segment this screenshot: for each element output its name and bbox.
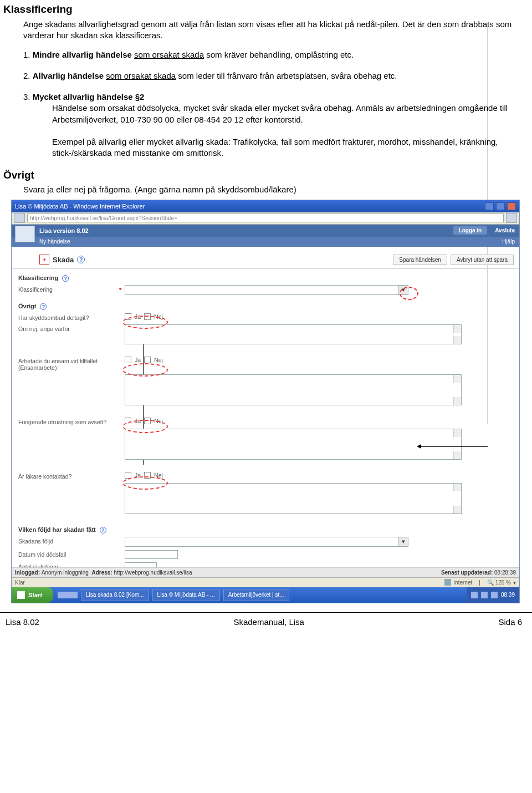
heading-ovrigt: Övrigt xyxy=(3,169,522,181)
list-item-2: 2. Allvarlig händelse som orsakat skada … xyxy=(23,70,522,82)
status-upd-lbl: Senast uppdaterad: xyxy=(441,570,493,576)
checkbox-nej[interactable] xyxy=(144,472,151,479)
help-icon[interactable]: ? xyxy=(100,527,106,533)
label-omnej: Om nej, ange varför xyxy=(18,324,125,332)
status-upd-val: 08:28:39 xyxy=(494,570,516,576)
row-dodsfall: Datum vid dödsfall xyxy=(18,550,513,559)
checkbox-nej[interactable] xyxy=(144,357,151,363)
row-klassificering: Klassificering * ▾ xyxy=(18,285,513,295)
textarea-utrustning[interactable] xyxy=(125,429,462,460)
label-dodsfall: Datum vid dödsfall xyxy=(18,550,125,558)
login-button[interactable]: Logga in xyxy=(453,226,488,235)
banner-subtext: Ny händelse xyxy=(39,238,70,245)
row-lakare-ta xyxy=(18,483,513,514)
label-utrustning: Fungerade utrustning som avsett? xyxy=(18,418,125,425)
row-ensam-ta xyxy=(18,374,513,405)
quicklaunch-icon[interactable] xyxy=(71,592,78,598)
tray-icon[interactable] xyxy=(491,592,498,598)
help-icon[interactable]: ? xyxy=(62,275,69,282)
numbered-list: 1. Mindre allvarlig händelse som orsakat… xyxy=(23,49,522,159)
help-icon[interactable]: ? xyxy=(77,256,85,263)
skada-header-bar: + Skada ? Spara händelsen Avbryt utan at… xyxy=(12,252,519,269)
row-lakare: Är läkare kontaktad? Ja Nej xyxy=(18,472,513,480)
system-tray: 08:39 xyxy=(467,587,519,603)
url-field[interactable]: http://webprog.hudiksvall.se/lisa/Grund.… xyxy=(27,214,504,222)
foljd-dropdown[interactable]: ▾ xyxy=(125,537,408,547)
banner-version: Lisa version 8.02 xyxy=(39,227,89,234)
checkbox-ja[interactable] xyxy=(125,313,131,320)
checkbox-ja[interactable] xyxy=(125,418,131,424)
taskbar-item-1[interactable]: Lisa skada 8.02 [Kom... xyxy=(81,589,149,601)
label-nej: Nej xyxy=(154,472,163,479)
go-button[interactable] xyxy=(506,213,517,223)
textarea-omnej[interactable] xyxy=(125,324,462,344)
screenshot-window: Lisa © Miljödata AB - Windows Internet E… xyxy=(11,200,520,603)
footer-center: Skademanual, Lisa xyxy=(39,617,499,627)
status-inloggad-lbl: Inloggad: xyxy=(15,570,40,576)
rest-wrap: som orsakat skada som kräver behandling,… xyxy=(134,50,354,59)
minimize-button[interactable] xyxy=(485,202,494,210)
page-footer: Lisa 8.02 Skademanual, Lisa Sida 6 xyxy=(0,612,532,633)
label-ensam: Arbetade du ensam vid tillfället (Ensama… xyxy=(18,357,125,371)
body2: Exempel på allvarlig eller mycket allvar… xyxy=(52,136,522,159)
clock: 08:39 xyxy=(501,592,515,598)
tray-icon[interactable] xyxy=(471,592,478,598)
dropdown-arrow-icon[interactable]: ▾ xyxy=(398,537,408,546)
avbryt-button[interactable]: Avbryt utan att spara xyxy=(451,255,514,265)
quicklaunch-icon[interactable] xyxy=(64,592,71,598)
spara-button[interactable]: Spara händelsen xyxy=(393,255,447,265)
textarea-ensam[interactable] xyxy=(125,374,462,405)
label-ja: Ja xyxy=(135,357,141,363)
help-link[interactable]: Hjälp xyxy=(502,238,515,245)
start-label: Start xyxy=(28,592,42,598)
section-label: Övrigt xyxy=(18,303,36,309)
row-omnej: Om nej, ange varför xyxy=(18,324,513,344)
checkbox-ja[interactable] xyxy=(125,357,131,363)
section-label: Vilken följd har skadan fått xyxy=(18,526,96,533)
annotation-arrow-horiz xyxy=(420,446,488,447)
required-asterisk: * xyxy=(119,287,121,293)
section-foljd: Vilken följd har skadan fått ? xyxy=(18,526,513,533)
status-inloggad-val: Anonym inloggning xyxy=(42,570,89,576)
plus-icon: + xyxy=(39,255,49,265)
close-button[interactable] xyxy=(507,202,516,210)
tray-icon[interactable] xyxy=(481,592,488,598)
label-nej: Nej xyxy=(154,313,163,320)
num: 3. xyxy=(23,92,30,101)
dropdown-arrow-icon[interactable]: ▾ xyxy=(398,286,408,294)
skada-title: Skada xyxy=(53,256,74,264)
avsluta-link[interactable]: Avsluta xyxy=(495,227,515,233)
klassificering-dropdown[interactable]: ▾ xyxy=(125,285,408,295)
list-item-1: 1. Mindre allvarlig händelse som orsakat… xyxy=(23,49,522,60)
checkbox-ja[interactable] xyxy=(125,472,131,479)
start-button[interactable]: Start xyxy=(12,587,53,603)
footer-right: Sida 6 xyxy=(498,617,522,627)
taskbar-item-2[interactable]: Lisa © Miljödata AB - ... xyxy=(152,589,220,601)
help-icon[interactable]: ? xyxy=(40,303,47,310)
taskbar-item-3[interactable]: Arbetsmiljöverket | st... xyxy=(223,589,289,601)
body1: Händelse som orsakat dödsolycka, mycket … xyxy=(52,103,522,125)
address-bar: http://webprog.hudiksvall.se/lisa/Grund.… xyxy=(12,212,519,225)
label-skyddsombud: Har skyddsombud deltagit? xyxy=(18,313,125,321)
lead: Allvarlig händelse xyxy=(33,71,104,80)
row-foljd: Skadans följd ▾ xyxy=(18,537,513,547)
label-ja: Ja xyxy=(135,472,141,479)
ie-zoom: 🔍 125 % xyxy=(487,580,511,586)
maximize-button[interactable] xyxy=(496,202,505,210)
row-utrustning-ta xyxy=(18,429,513,460)
section-label: Klassificering xyxy=(18,274,58,281)
lead: Mindre allvarlig händelse xyxy=(33,50,132,59)
heading-klassificering: Klassificering xyxy=(3,3,522,16)
back-button[interactable] xyxy=(14,213,25,223)
label-ja: Ja xyxy=(135,313,141,320)
windows-logo-icon xyxy=(17,591,25,599)
svara-paragraph: Svara ja eller nej på frågorna. (Ange gä… xyxy=(23,185,522,194)
textarea-lakare[interactable] xyxy=(125,483,462,514)
quicklaunch-icon[interactable] xyxy=(58,592,64,598)
input-dodsfall[interactable] xyxy=(125,550,178,559)
underlined: som orsakat skada xyxy=(134,50,204,59)
label-foljd: Skadans följd xyxy=(18,537,125,545)
checkbox-nej[interactable] xyxy=(144,313,151,320)
checkbox-nej[interactable] xyxy=(144,418,151,424)
window-title: Lisa © Miljödata AB - Windows Internet E… xyxy=(15,203,145,210)
